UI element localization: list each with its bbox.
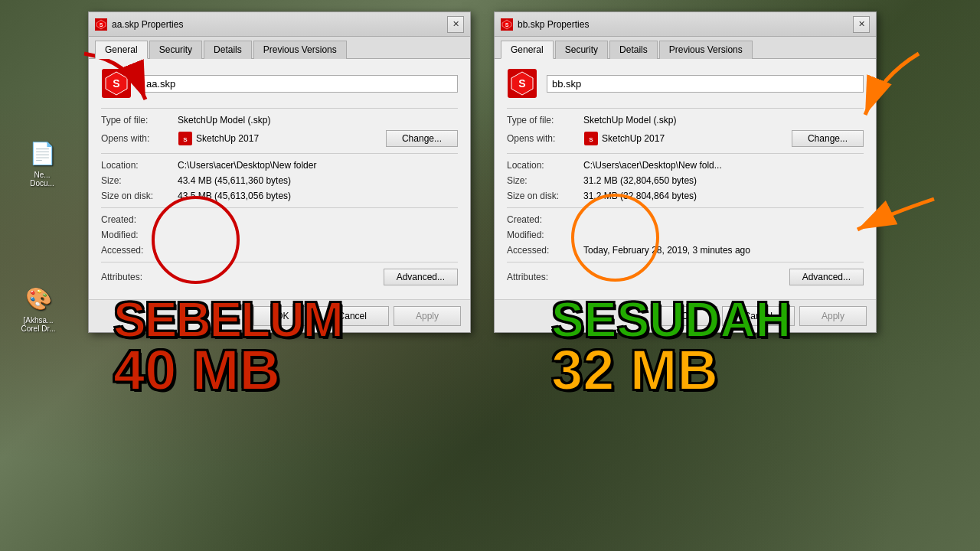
close-button-aa[interactable]: ✕ [447, 16, 464, 33]
properties-aa: Type of file: SketchUp Model (.skp) Open… [101, 108, 458, 285]
filename-input-aa[interactable] [141, 75, 458, 93]
modified-row-bb: Modified: [507, 230, 864, 240]
svg-text:S: S [589, 136, 593, 143]
location-value-aa: C:\Users\acer\Desktop\New folder [178, 160, 458, 171]
location-row-bb: Location: C:\Users\acer\Desktop\New fold… [507, 160, 864, 171]
desktop-icon-new-doc[interactable]: 📄 Ne...Docu... [15, 138, 69, 187]
sketchup-icon-bb: S [508, 69, 537, 98]
size-row-bb: Size: 31.2 MB (32,804,650 bytes) [507, 175, 864, 186]
tab-general-aa[interactable]: General [95, 41, 148, 59]
separator-1-bb [507, 153, 864, 154]
opens-with-label: Opens with: [101, 133, 178, 144]
apply-button-aa[interactable]: Apply [394, 306, 461, 326]
sketchup-opens-icon-bb: S [583, 131, 599, 146]
separator-2-aa [101, 207, 458, 208]
corel-label: [Akhsa...Corel Dr... [21, 316, 55, 333]
attributes-row-bb: Attributes: Advanced... [507, 269, 864, 285]
dialog-title-text-bb: bb.skp Properties [518, 19, 589, 30]
file-icon-bb: S [507, 68, 537, 99]
desktop-icon-corel[interactable]: 🎨 [Akhsa...Corel Dr... [11, 283, 65, 333]
tab-details-bb[interactable]: Details [609, 41, 658, 59]
type-of-file-label: Type of file: [101, 115, 178, 126]
change-button-aa[interactable]: Change... [386, 130, 458, 147]
size-on-disk-label-aa: Size on disk: [101, 191, 178, 201]
dialog-aa-skp: S aa.skp Properties ✕ General Security D… [88, 11, 471, 333]
svg-text:S: S [505, 22, 509, 28]
new-doc-icon: 📄 [27, 138, 57, 168]
modified-label-bb: Modified: [507, 230, 583, 240]
accessed-value-bb: Today, February 28, 2019, 3 minutes ago [583, 245, 864, 256]
size-value-aa: 43.4 MB (45,611,360 bytes) [178, 175, 458, 186]
advanced-button-bb[interactable]: Advanced... [789, 269, 864, 285]
accessed-value-aa [178, 245, 458, 256]
cancel-button-bb[interactable]: Cancel [722, 306, 795, 326]
size-label-bb: Size: [507, 175, 583, 186]
modified-row-aa: Modified: [101, 230, 458, 240]
tab-prev-versions-aa[interactable]: Previous Versions [253, 41, 347, 59]
tab-security-aa[interactable]: Security [149, 41, 202, 59]
opens-with-value-bb: SketchUp 2017 [602, 133, 665, 144]
cancel-button-aa[interactable]: Cancel [316, 306, 389, 326]
dialog-bb-skp: S bb.skp Properties ✕ General Security D… [494, 11, 877, 333]
size-on-disk-label-bb: Size on disk: [507, 191, 583, 201]
created-row-aa: Created: [101, 214, 458, 225]
size-on-disk-row-aa: Size on disk: 43.5 MB (45,613,056 bytes) [101, 191, 458, 201]
tab-security-bb[interactable]: Security [555, 41, 608, 59]
type-of-file-value-bb: SketchUp Model (.skp) [583, 115, 864, 126]
type-of-file-row: Type of file: SketchUp Model (.skp) [101, 115, 458, 126]
filename-input-bb[interactable] [547, 75, 864, 93]
svg-text:S: S [518, 77, 525, 90]
change-button-bb[interactable]: Change... [792, 130, 864, 147]
dialog-title-aa: S aa.skp Properties [95, 18, 183, 31]
opens-with-value: SketchUp 2017 [196, 133, 259, 144]
ok-button-aa[interactable]: OK [253, 306, 311, 326]
svg-text:S: S [100, 22, 103, 28]
properties-bb: Type of file: SketchUp Model (.skp) Open… [507, 108, 864, 285]
opens-with-row-bb: Opens with: S SketchUp 2017 Change... [507, 130, 864, 147]
created-value-bb [583, 214, 864, 225]
attributes-label-aa: Attributes: [101, 272, 178, 282]
separator-1-aa [101, 153, 458, 154]
tabs-aa: General Security Details Previous Versio… [89, 37, 470, 59]
advanced-button-aa[interactable]: Advanced... [384, 269, 458, 285]
separator-2-bb [507, 207, 864, 208]
separator-3-bb [507, 262, 864, 262]
accessed-label-aa: Accessed: [101, 245, 178, 256]
sketchup-icon-aa: S [102, 69, 131, 98]
created-label-aa: Created: [101, 214, 178, 225]
type-of-file-label-bb: Type of file: [507, 115, 583, 126]
opens-with-row: Opens with: S SketchUp 2017 Change... [101, 130, 458, 147]
sketchup-title-icon-aa: S [95, 18, 107, 31]
svg-text:S: S [183, 136, 188, 143]
tab-prev-versions-bb[interactable]: Previous Versions [659, 41, 753, 59]
attributes-row-aa: Attributes: Advanced... [101, 269, 458, 285]
ok-button-bb[interactable]: OK [659, 306, 717, 326]
corel-icon: 🎨 [23, 283, 54, 314]
apply-button-bb[interactable]: Apply [799, 306, 867, 326]
size-on-disk-value-bb: 31.2 MB (32,804,864 bytes) [583, 191, 864, 201]
created-value-aa [178, 214, 458, 225]
size-value-bb: 31.2 MB (32,804,650 bytes) [583, 175, 864, 186]
size-row-aa: Size: 43.4 MB (45,611,360 bytes) [101, 175, 458, 186]
titlebar-aa: S aa.skp Properties ✕ [89, 12, 470, 37]
type-of-file-row-bb: Type of file: SketchUp Model (.skp) [507, 115, 864, 126]
dialog-body-aa: S Type of file: SketchUp Model (.skp) Op… [89, 59, 470, 299]
new-doc-label: Ne...Docu... [30, 171, 54, 187]
titlebar-bb: S bb.skp Properties ✕ [495, 12, 876, 37]
size-on-disk-row-bb: Size on disk: 31.2 MB (32,804,864 bytes) [507, 191, 864, 201]
accessed-row-bb: Accessed: Today, February 28, 2019, 3 mi… [507, 245, 864, 256]
attributes-label-bb: Attributes: [507, 272, 583, 282]
tab-general-bb[interactable]: General [501, 41, 554, 59]
attributes-value-aa [178, 272, 377, 282]
sketchup-opens-icon-aa: S [178, 131, 193, 146]
modified-value-aa [178, 230, 458, 240]
close-button-bb[interactable]: ✕ [853, 16, 870, 33]
tab-details-aa[interactable]: Details [204, 41, 252, 59]
svg-text:S: S [113, 77, 119, 90]
dialog-footer-bb: OK Cancel Apply [495, 299, 876, 332]
dialog-footer-aa: OK Cancel Apply [89, 299, 470, 332]
separator-3-aa [101, 262, 458, 262]
created-label-bb: Created: [507, 214, 583, 225]
accessed-label-bb: Accessed: [507, 245, 583, 256]
modified-label-aa: Modified: [101, 230, 178, 240]
